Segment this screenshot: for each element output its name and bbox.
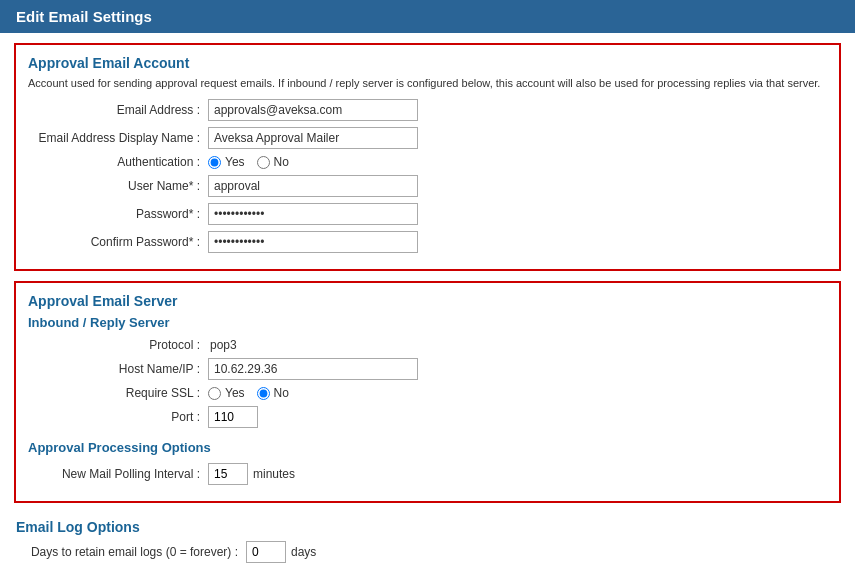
approval-processing-title: Approval Processing Options <box>28 440 827 455</box>
auth-no-radio[interactable] <box>257 156 270 169</box>
confirm-password-row: Confirm Password* : <box>28 231 827 253</box>
approval-email-server-section: Approval Email Server Inbound / Reply Se… <box>14 281 841 503</box>
approval-email-account-section: Approval Email Account Account used for … <box>14 43 841 271</box>
ssl-yes-option[interactable]: Yes <box>208 386 245 400</box>
username-input[interactable] <box>208 175 418 197</box>
email-address-label: Email Address : <box>28 103 208 117</box>
require-ssl-row: Require SSL : Yes No <box>28 386 827 400</box>
username-label: User Name* : <box>28 179 208 193</box>
host-input[interactable] <box>208 358 418 380</box>
ssl-no-option[interactable]: No <box>257 386 289 400</box>
inbound-reply-server-title: Inbound / Reply Server <box>28 315 827 330</box>
ssl-radio-group: Yes No <box>208 386 289 400</box>
protocol-row: Protocol : pop3 <box>28 338 827 352</box>
ssl-no-radio[interactable] <box>257 387 270 400</box>
approval-email-account-description: Account used for sending approval reques… <box>28 77 827 89</box>
email-address-row: Email Address : <box>28 99 827 121</box>
confirm-password-input[interactable] <box>208 231 418 253</box>
polling-row: New Mail Polling Interval : minutes <box>28 463 827 485</box>
password-row: Password* : <box>28 203 827 225</box>
page-wrapper: Edit Email Settings Approval Email Accou… <box>0 0 855 583</box>
username-row: User Name* : <box>28 175 827 197</box>
page-content: Approval Email Account Account used for … <box>0 33 855 583</box>
approval-email-server-title: Approval Email Server <box>28 293 827 309</box>
protocol-value: pop3 <box>208 338 237 352</box>
auth-yes-option[interactable]: Yes <box>208 155 245 169</box>
ssl-yes-label: Yes <box>225 386 245 400</box>
password-input[interactable] <box>208 203 418 225</box>
days-retain-input[interactable] <box>246 541 286 563</box>
host-row: Host Name/IP : <box>28 358 827 380</box>
email-address-input[interactable] <box>208 99 418 121</box>
days-unit: days <box>291 545 316 559</box>
authentication-row: Authentication : Yes No <box>28 155 827 169</box>
polling-input[interactable] <box>208 463 248 485</box>
port-row: Port : <box>28 406 827 428</box>
auth-yes-radio[interactable] <box>208 156 221 169</box>
auth-no-label: No <box>274 155 289 169</box>
require-ssl-label: Require SSL : <box>28 386 208 400</box>
port-input[interactable] <box>208 406 258 428</box>
confirm-password-label: Confirm Password* : <box>28 235 208 249</box>
ssl-no-label: No <box>274 386 289 400</box>
auth-yes-label: Yes <box>225 155 245 169</box>
email-display-name-input[interactable] <box>208 127 418 149</box>
polling-label: New Mail Polling Interval : <box>28 467 208 481</box>
port-label: Port : <box>28 410 208 424</box>
days-retain-label: Days to retain email logs (0 = forever) … <box>16 545 246 559</box>
email-log-section: Email Log Options Days to retain email l… <box>14 513 841 575</box>
page-header: Edit Email Settings <box>0 0 855 33</box>
approval-email-account-title: Approval Email Account <box>28 55 827 71</box>
host-label: Host Name/IP : <box>28 362 208 376</box>
page-title: Edit Email Settings <box>16 8 152 25</box>
protocol-label: Protocol : <box>28 338 208 352</box>
password-label: Password* : <box>28 207 208 221</box>
days-retain-row: Days to retain email logs (0 = forever) … <box>16 541 839 563</box>
authentication-radio-group: Yes No <box>208 155 289 169</box>
email-display-name-row: Email Address Display Name : <box>28 127 827 149</box>
polling-unit: minutes <box>253 467 295 481</box>
email-log-title: Email Log Options <box>16 519 839 535</box>
ssl-yes-radio[interactable] <box>208 387 221 400</box>
authentication-label: Authentication : <box>28 155 208 169</box>
auth-no-option[interactable]: No <box>257 155 289 169</box>
email-display-name-label: Email Address Display Name : <box>28 131 208 145</box>
